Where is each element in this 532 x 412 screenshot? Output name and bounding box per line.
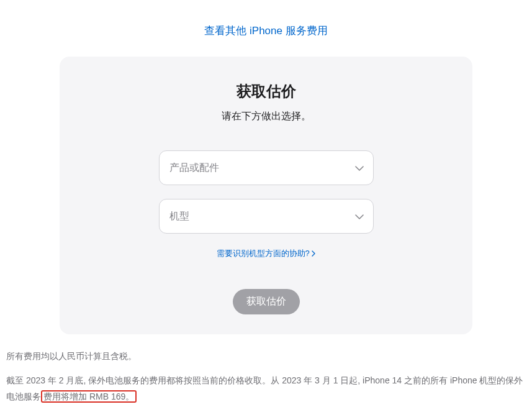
product-select[interactable]: 产品或配件 [159,150,374,185]
estimate-card: 获取估价 请在下方做出选择。 产品或配件 机型 需要识别机型方面的协助? 获取估… [60,57,472,334]
footer-line-2: 截至 2023 年 2 月底, 保外电池服务的费用都将按照当前的价格收取。从 2… [6,372,526,405]
footer-text: 所有费用均以人民币计算且含税。 截至 2023 年 2 月底, 保外电池服务的费… [0,334,532,405]
get-estimate-button[interactable]: 获取估价 [233,289,300,314]
other-services-link[interactable]: 查看其他 iPhone 服务费用 [204,25,327,37]
top-link-container: 查看其他 iPhone 服务费用 [0,0,532,57]
product-select-wrap: 产品或配件 [159,150,374,185]
model-select-wrap: 机型 [159,199,374,234]
footer-line-1: 所有费用均以人民币计算且含税。 [6,348,526,365]
help-link-container: 需要识别机型方面的协助? [91,247,441,259]
card-title: 获取估价 [91,81,441,101]
price-increase-highlight: 费用将增加 RMB 169。 [41,390,137,403]
model-select[interactable]: 机型 [159,199,374,234]
identify-model-help-link[interactable]: 需要识别机型方面的协助? [217,249,316,258]
help-link-text: 需要识别机型方面的协助? [217,249,310,258]
model-select-placeholder: 机型 [169,210,189,223]
card-subtitle: 请在下方做出选择。 [91,110,441,123]
product-select-placeholder: 产品或配件 [169,162,219,175]
chevron-right-icon [312,249,315,259]
